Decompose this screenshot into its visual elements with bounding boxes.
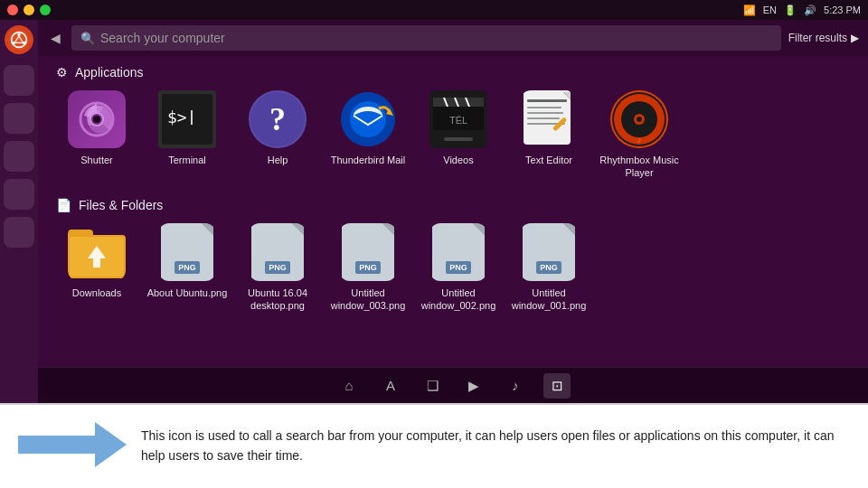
untitled-003-label: Untitled window_003.png: [327, 286, 409, 313]
svg-point-9: [93, 116, 100, 123]
close-button[interactable]: [7, 5, 18, 15]
file-untitled-003[interactable]: PNG Untitled window_003.png: [327, 223, 409, 313]
maximize-button[interactable]: [40, 5, 51, 15]
app-terminal[interactable]: $> Terminal: [146, 90, 228, 180]
svg-rect-28: [444, 137, 473, 141]
file-untitled-001[interactable]: PNG Untitled window_001.png: [508, 223, 590, 313]
svg-text:?: ?: [269, 101, 286, 137]
network-icon: 📶: [743, 5, 756, 16]
system-tray: 📶 EN 🔋 🔊 5:23 PM: [743, 5, 861, 16]
annotation-arrow: [18, 418, 127, 475]
app-shutter[interactable]: Shutter: [56, 90, 137, 180]
svg-text:♪: ♪: [637, 136, 642, 145]
minimize-button[interactable]: [24, 5, 34, 15]
untitled-002-icon: PNG: [429, 223, 487, 281]
app-help[interactable]: ? Help: [237, 90, 318, 180]
downloads-label: Downloads: [72, 286, 121, 299]
file-downloads[interactable]: Downloads: [56, 223, 137, 313]
thunderbird-label: Thunderbird Mail: [331, 154, 406, 166]
untitled-002-label: Untitled window_002.png: [418, 286, 499, 313]
untitled-001-label: Untitled window_001.png: [508, 286, 590, 313]
svg-rect-31: [527, 107, 561, 108]
chevron-right-icon: ▶: [851, 32, 859, 44]
sidebar-item-3[interactable]: [4, 141, 34, 172]
svg-rect-32: [527, 112, 563, 114]
videos-label: Videos: [443, 154, 473, 166]
help-icon: ?: [249, 90, 307, 148]
file-untitled-002[interactable]: PNG Untitled window_002.png: [418, 223, 499, 313]
search-input[interactable]: [71, 25, 781, 51]
texteditor-icon: [520, 90, 578, 148]
files-section-icon: 📄: [56, 198, 71, 212]
sidebar-item-1[interactable]: [4, 65, 34, 96]
downloads-folder-icon: [68, 223, 126, 281]
ubuntu-logo[interactable]: [5, 25, 33, 54]
svg-line-5: [19, 36, 23, 42]
svg-rect-33: [527, 117, 560, 119]
shutter-icon: [68, 90, 126, 148]
help-label: Help: [268, 154, 288, 166]
titlebar: 📶 EN 🔋 🔊 5:23 PM: [0, 0, 868, 20]
svg-marker-48: [18, 422, 127, 467]
filter-music-btn[interactable]: ♪: [502, 373, 529, 399]
svg-point-1: [17, 33, 20, 36]
annotation-text: This icon is used to call a search bar f…: [141, 427, 850, 465]
svg-rect-13: [191, 110, 193, 125]
file-about-ubuntu[interactable]: PNG About Ubuntu.png: [146, 223, 228, 313]
ubuntu-desktop-icon: PNG: [249, 223, 307, 281]
search-row: ◀ 🔍 Filter results ▶: [38, 20, 868, 56]
app-videos[interactable]: TÉL Videos: [418, 90, 499, 180]
content-panel: ◀ 🔍 Filter results ▶ ⚙ Applications: [38, 20, 868, 403]
svg-text:TÉL: TÉL: [449, 115, 467, 126]
filter-results-label: Filter results: [788, 32, 847, 44]
battery-icon: 🔋: [784, 5, 797, 16]
svg-text:$>: $>: [167, 108, 187, 127]
clock: 5:23 PM: [824, 5, 861, 15]
untitled-001-icon: PNG: [520, 223, 578, 281]
svg-point-42: [637, 117, 642, 122]
filter-files-btn[interactable]: ❑: [419, 373, 446, 399]
files-grid: Downloads PNG About Ubuntu.png PNG Ubunt…: [56, 223, 850, 313]
terminal-icon: $>: [158, 90, 216, 148]
search-wrapper: 🔍: [71, 25, 781, 51]
rhythmbox-label: Rhythmbox Music Player: [599, 154, 680, 180]
window-controls[interactable]: [7, 5, 51, 15]
applications-section-header: ⚙ Applications: [56, 65, 850, 80]
search-icon: 🔍: [80, 32, 95, 45]
rhythmbox-icon: ♪: [610, 90, 668, 148]
main-area: ◀ 🔍 Filter results ▶ ⚙ Applications: [0, 20, 868, 403]
filter-results-btn[interactable]: Filter results ▶: [788, 32, 859, 44]
applications-grid: Shutter $> Terminal: [56, 90, 850, 180]
about-ubuntu-label: About Ubuntu.png: [147, 286, 228, 299]
texteditor-label: Text Editor: [525, 154, 572, 166]
svg-line-4: [15, 36, 19, 42]
volume-icon: 🔊: [804, 5, 816, 16]
applications-section-icon: ⚙: [56, 65, 68, 80]
results-scroll[interactable]: ⚙ Applications: [38, 56, 868, 367]
filter-video-btn[interactable]: ▶: [460, 373, 487, 399]
files-section-header: 📄 Files & Folders: [56, 198, 850, 212]
about-ubuntu-icon: PNG: [158, 223, 216, 281]
untitled-003-icon: PNG: [339, 223, 397, 281]
back-button[interactable]: ◀: [47, 29, 64, 47]
filter-home-btn[interactable]: ⌂: [335, 373, 363, 399]
file-ubuntu-desktop[interactable]: PNG Ubuntu 16.04 desktop.png: [237, 223, 318, 313]
videos-icon: TÉL: [429, 90, 487, 148]
svg-rect-30: [527, 99, 567, 102]
sidebar-item-4[interactable]: [4, 179, 34, 210]
keyboard-icon: EN: [763, 5, 777, 15]
sidebar-item-2[interactable]: [4, 103, 34, 134]
app-texteditor[interactable]: Text Editor: [508, 90, 590, 180]
sidebar: [0, 20, 38, 403]
filter-photo-btn[interactable]: ⊡: [543, 373, 571, 399]
annotation-area: This icon is used to call a search bar f…: [0, 403, 868, 488]
filter-apps-btn[interactable]: A: [377, 373, 404, 399]
ubuntu-desktop-label: Ubuntu 16.04 desktop.png: [237, 286, 318, 313]
files-section-title: Files & Folders: [79, 198, 163, 212]
thunderbird-icon: [339, 90, 397, 148]
app-thunderbird[interactable]: Thunderbird Mail: [327, 90, 409, 180]
app-rhythmbox[interactable]: ♪ Rhythmbox Music Player: [599, 90, 680, 180]
shutter-label: Shutter: [80, 154, 112, 166]
sidebar-item-5[interactable]: [4, 217, 34, 248]
terminal-label: Terminal: [168, 154, 206, 166]
